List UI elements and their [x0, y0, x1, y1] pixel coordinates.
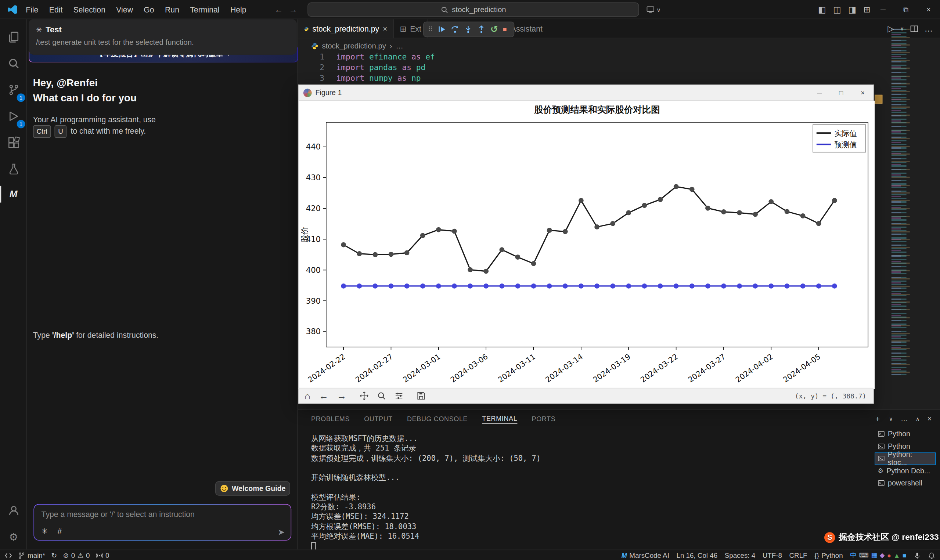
menu-item[interactable]: Selection — [68, 5, 111, 14]
menu-item[interactable]: Help — [225, 5, 252, 14]
menu-item[interactable]: View — [111, 5, 138, 14]
sidebar-item-search[interactable] — [0, 51, 27, 75]
more-icon[interactable]: … — [901, 415, 908, 423]
tab-stock-prediction[interactable]: stock_prediction.py × — [298, 19, 394, 38]
back-icon[interactable]: ← — [319, 390, 328, 401]
extension-status-icon[interactable]: ● — [887, 552, 891, 559]
extension-status-icon[interactable]: ▦ — [871, 551, 877, 559]
sidebar-item-marscode[interactable]: M — [0, 182, 27, 206]
menu-item[interactable]: Terminal — [185, 5, 225, 14]
terminal-session[interactable]: Python — [875, 428, 935, 440]
settings-gear-button[interactable]: ⚙ — [0, 525, 27, 549]
marscode-status-item[interactable]: MMarsCode AI — [622, 552, 669, 559]
breadcrumb[interactable]: stock_prediction.py › … — [311, 42, 403, 50]
maximize-button[interactable]: □ — [830, 85, 852, 101]
sidebar-item-source-control[interactable]: 1 — [0, 78, 27, 102]
forward-icon[interactable]: → — [337, 390, 346, 401]
cursor-position-item[interactable]: Ln 16, Col 46 — [676, 552, 717, 559]
chart-canvas[interactable]: 股价预测结果和实际股价对比图3803904004104204304402024-… — [298, 101, 875, 389]
restart-icon[interactable]: ↺ — [491, 24, 498, 34]
chat-input[interactable]: Type a message or '/' to select an instr… — [34, 505, 291, 540]
sidebar-item-run-debug[interactable]: 1 — [0, 104, 27, 128]
pan-icon[interactable] — [360, 391, 368, 400]
menu-item[interactable]: Run — [159, 5, 185, 14]
tab-debug-console[interactable]: DEBUG CONSOLE — [407, 415, 468, 423]
hash-icon[interactable]: # — [58, 527, 62, 536]
gear-icon: ⚙ — [878, 467, 883, 475]
customize-layout-icon[interactable]: ⊞ — [864, 5, 871, 14]
tab-problems[interactable]: PROBLEMS — [311, 415, 350, 423]
terminal-session-list: Python Python Python: stoc... ⚙Python De… — [875, 428, 935, 489]
menu-item[interactable]: File — [20, 5, 44, 14]
toggle-sidebar-icon[interactable]: ◧ — [818, 5, 826, 14]
command-center-search[interactable]: stock_prediction — [308, 3, 639, 17]
save-icon[interactable] — [417, 391, 425, 400]
suggestion-card[interactable]: ✳Test /test generate unit test for the s… — [29, 19, 297, 54]
svg-text:实际值: 实际值 — [835, 129, 857, 138]
sidebar-item-explorer[interactable] — [0, 25, 27, 49]
bell-icon[interactable] — [928, 552, 935, 559]
toggle-panel-icon[interactable]: ◫ — [833, 5, 841, 14]
step-into-icon[interactable] — [464, 25, 472, 34]
accounts-button[interactable] — [0, 498, 27, 523]
git-branch-item[interactable]: main* — [18, 552, 45, 559]
step-out-icon[interactable] — [477, 25, 486, 34]
welcome-guide-button[interactable]: Welcome Guide — [215, 482, 290, 496]
mic-icon[interactable] — [914, 552, 921, 559]
chevron-down-icon[interactable]: ∨ — [889, 416, 893, 422]
remote-icon[interactable] — [5, 552, 12, 559]
sidebar-item-extensions[interactable] — [0, 131, 27, 155]
problems-item[interactable]: ⊘0 ⚠0 — [63, 551, 90, 560]
encoding-item[interactable]: UTF-8 — [763, 552, 782, 559]
extension-status-icon[interactable]: ⌨ — [859, 551, 869, 559]
maximize-panel-icon[interactable]: ∧ — [916, 416, 920, 422]
terminal-session-selected[interactable]: Python: stoc... — [875, 452, 935, 465]
menu-item[interactable]: Go — [138, 5, 160, 14]
sidebar-item-testing[interactable] — [0, 157, 27, 181]
zoom-icon[interactable] — [377, 391, 386, 400]
indentation-item[interactable]: Spaces: 4 — [725, 552, 755, 559]
extension-status-icon[interactable]: ▲ — [893, 552, 900, 559]
home-icon[interactable]: ⌂ — [305, 390, 311, 401]
terminal-session-debug[interactable]: ⚙Python Deb... — [875, 465, 935, 477]
close-button[interactable]: × — [852, 85, 874, 101]
restore-button[interactable]: ⧉ — [894, 0, 917, 19]
extension-status-icon[interactable]: ◆ — [880, 551, 885, 559]
stop-icon[interactable]: ■ — [503, 26, 507, 33]
figure-title: Figure 1 — [315, 89, 342, 97]
step-over-icon[interactable] — [451, 25, 459, 34]
continue-icon[interactable] — [437, 25, 446, 34]
send-icon[interactable]: ➤ — [278, 527, 285, 537]
new-terminal-icon[interactable]: ＋ — [874, 414, 881, 424]
close-button[interactable]: × — [917, 0, 940, 19]
titlebar: FileEditSelectionViewGoRunTerminalHelp ←… — [0, 0, 940, 19]
extension-status-icon[interactable]: 中 — [850, 551, 857, 560]
grip-icon[interactable]: ⠿ — [428, 25, 433, 33]
extension-status-icon[interactable]: ■ — [903, 552, 906, 559]
sparkle-icon[interactable]: ✳ — [42, 527, 48, 536]
minimap[interactable] — [892, 29, 913, 376]
language-mode-item[interactable]: {}Python — [814, 552, 843, 559]
close-icon[interactable]: × — [383, 24, 387, 33]
menu-item[interactable]: Edit — [44, 5, 68, 14]
tab-terminal[interactable]: TERMINAL — [482, 415, 517, 423]
configure-subplots-icon[interactable] — [394, 391, 403, 400]
sync-icon[interactable]: ↻ — [51, 551, 57, 560]
gear-icon: ⚙ — [9, 531, 18, 543]
more-icon[interactable]: … — [925, 24, 933, 34]
remote-explorer-button[interactable]: ∨ — [646, 0, 661, 19]
matplotlib-figure-window[interactable]: Figure 1 ─ □ × 股价预测结果和实际股价对比图38039040041… — [298, 85, 874, 404]
figure-titlebar[interactable]: Figure 1 ─ □ × — [298, 85, 874, 101]
tab-output[interactable]: OUTPUT — [364, 415, 393, 423]
ports-item[interactable]: 0 — [96, 552, 109, 559]
eol-item[interactable]: CRLF — [789, 552, 808, 559]
terminal-session[interactable]: powershell — [875, 477, 935, 489]
toggle-secondary-sidebar-icon[interactable]: ◨ — [848, 5, 856, 14]
close-panel-icon[interactable]: × — [928, 415, 932, 423]
minimize-button[interactable]: ─ — [809, 85, 831, 101]
back-icon[interactable]: ← — [274, 5, 283, 14]
tab-ports[interactable]: PORTS — [532, 415, 556, 423]
forward-icon[interactable]: → — [289, 5, 297, 14]
minimize-button[interactable]: ─ — [872, 0, 894, 19]
tab-extension[interactable]: ⊞ Ext — [394, 19, 427, 38]
